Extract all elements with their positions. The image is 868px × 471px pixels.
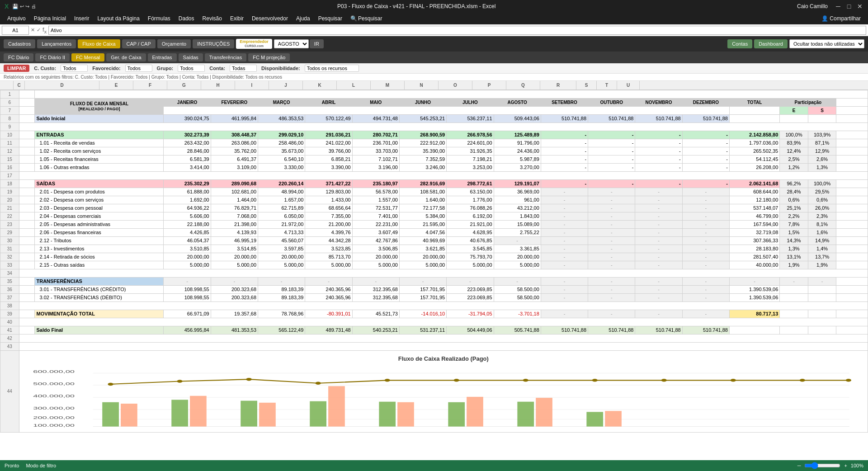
t3-01-jun: 157.701,95 [399, 285, 446, 293]
disponibilidade-input[interactable] [305, 65, 359, 72]
conta-input[interactable] [230, 65, 257, 72]
s2-04-aug: 1.843,00 [494, 212, 541, 220]
menu-layout[interactable]: Layout da Página [94, 14, 143, 23]
zoom-in-button[interactable]: + [844, 463, 847, 468]
e1-05-label: 1.05 - Receitas financeiras [35, 155, 164, 163]
svg-point-32 [384, 379, 390, 382]
zoom-slider[interactable] [804, 462, 840, 469]
saldo-ini-oct: 510.741,88 [588, 114, 635, 122]
sf-nov: 510.741,88 [635, 326, 682, 334]
ribbon-cadastros[interactable]: Cadastros [4, 39, 35, 48]
month-select[interactable]: AGOSTO [274, 39, 309, 48]
menu-pesquisar[interactable]: Pesquisar [315, 14, 346, 23]
s2-02-mar: 1.657,00 [258, 196, 305, 204]
entradas-sep: - [541, 131, 588, 139]
sub-fc-m-projecao[interactable]: FC M projeção [248, 53, 290, 61]
grupo-input[interactable] [178, 65, 205, 72]
e1-02-jul: 31.926,35 [447, 147, 494, 155]
col-e[interactable]: E [99, 81, 133, 89]
sub-fc-mensal[interactable]: FC Mensal [71, 53, 104, 61]
saidas-mar: 220.260,14 [258, 179, 305, 188]
s2-15-feb: 5.000,00 [211, 261, 258, 269]
e1-06-dec: - [682, 163, 729, 171]
col-l[interactable]: L [337, 81, 371, 89]
sub-saidas[interactable]: Saídas [179, 53, 203, 61]
share-button[interactable]: 👤 Compartilhar [818, 14, 864, 23]
formula-input[interactable] [48, 26, 866, 35]
col-t[interactable]: T [597, 81, 617, 89]
s2-03-apr: 68.656,64 [305, 204, 352, 212]
col-r[interactable]: R [540, 81, 576, 89]
cell-1-c[interactable] [19, 90, 35, 98]
sub-transferencias[interactable]: Transferências [205, 53, 246, 61]
s2-05-e: 7,8% [780, 220, 808, 228]
ribbon-instrucoes[interactable]: INSTRUÇÕES [193, 39, 234, 48]
cell-reference[interactable] [2, 26, 29, 35]
e1-06-nov: - [635, 163, 682, 171]
col-q[interactable]: Q [506, 81, 540, 89]
ribbon-contas[interactable]: Contas [727, 39, 752, 48]
s2-06-label: 2.06 - Despesas financeiras [35, 228, 164, 236]
e1-05-mar: 6.540,10 [258, 155, 305, 163]
c-custo-input[interactable] [61, 65, 88, 72]
menu-pesquisar2[interactable]: 🔍 Pesquisar [347, 14, 386, 23]
insert-function-icon[interactable]: fx [42, 26, 47, 34]
col-h[interactable]: H [201, 81, 235, 89]
entradas-oct: - [588, 131, 635, 139]
col-o[interactable]: O [439, 81, 472, 89]
col-u[interactable]: U [617, 81, 640, 89]
col-g[interactable]: G [167, 81, 201, 89]
e1-02-label: 1.02 - Receita com serviços [35, 147, 164, 155]
sub-fc-diario-ii[interactable]: FC Diário II [35, 53, 70, 61]
maximize-button[interactable]: □ [845, 3, 853, 10]
cancel-formula-icon[interactable]: ✕ [31, 27, 35, 33]
t3-02-jun: 157.701,95 [399, 293, 446, 301]
col-j[interactable]: J [269, 81, 303, 89]
zoom-out-button[interactable]: ─ [797, 463, 801, 468]
col-m[interactable]: M [371, 81, 405, 89]
col-k[interactable]: K [303, 81, 337, 89]
minimize-button[interactable]: ─ [835, 3, 842, 10]
menu-dados[interactable]: Dados [175, 14, 198, 23]
col-d[interactable]: D [25, 81, 99, 89]
col-i[interactable]: I [235, 81, 269, 89]
row-chart: 44 Fluxo de Caixa Realizado (Pago) 600.0… [0, 350, 868, 432]
close-button[interactable]: ✕ [856, 3, 863, 10]
ir-button[interactable]: IR [310, 39, 324, 48]
favorecido-input[interactable] [125, 65, 152, 72]
limpar-button[interactable]: LIMPAR [4, 65, 29, 72]
ribbon-dashboard[interactable]: Dashboard [754, 39, 788, 48]
confirm-formula-icon[interactable]: ✓ [37, 27, 41, 33]
person-icon: 👤 [821, 15, 828, 22]
trans-total: - [730, 277, 780, 285]
menu-exibir[interactable]: Exibir [226, 14, 247, 23]
menu-desenvolvedor[interactable]: Desenvolvedor [248, 14, 292, 23]
sub-entradas[interactable]: Entradas [148, 53, 177, 61]
header-s: S [808, 106, 836, 114]
svg-text:100.000,00: 100.000,00 [33, 423, 75, 428]
svg-point-39 [845, 379, 851, 382]
cell-1-d[interactable] [35, 90, 868, 98]
saldo-ini-sep: 510.741,88 [541, 114, 588, 122]
menu-revisao[interactable]: Revisão [199, 14, 226, 23]
mov-jul: -31.794,05 [447, 310, 494, 318]
col-f[interactable]: F [133, 81, 167, 89]
ribbon-orcamento[interactable]: Orçamento [157, 39, 191, 48]
ribbon-cap-cap[interactable]: CAP / CAP [122, 39, 156, 48]
col-c[interactable]: C [14, 81, 25, 89]
menu-arquivo[interactable]: Arquivo [4, 14, 29, 23]
menu-pagina-inicial[interactable]: Página Inicial [30, 14, 70, 23]
ribbon-lancamentos[interactable]: Lançamentos [37, 39, 76, 48]
col-p[interactable]: P [472, 81, 506, 89]
menu-ajuda[interactable]: Ajuda [292, 14, 314, 23]
sub-ger-caixa[interactable]: Ger. de Caixa [106, 53, 146, 61]
ribbon-fluxo-de-caixa[interactable]: Fluxo de Caixa [78, 39, 120, 48]
spreadsheet-grid[interactable]: C D E F G H I J K L M N O P Q R S T U [0, 81, 868, 455]
menu-formulas[interactable]: Fórmulas [144, 14, 174, 23]
col-n[interactable]: N [405, 81, 439, 89]
e1-01-jun: 222.912,00 [399, 139, 446, 147]
sub-fc-diario[interactable]: FC Diário [4, 53, 33, 61]
hide-select[interactable]: Ocultar todas não utilizadas [789, 39, 864, 48]
col-s[interactable]: S [576, 81, 597, 89]
menu-inserir[interactable]: Inserir [71, 14, 93, 23]
